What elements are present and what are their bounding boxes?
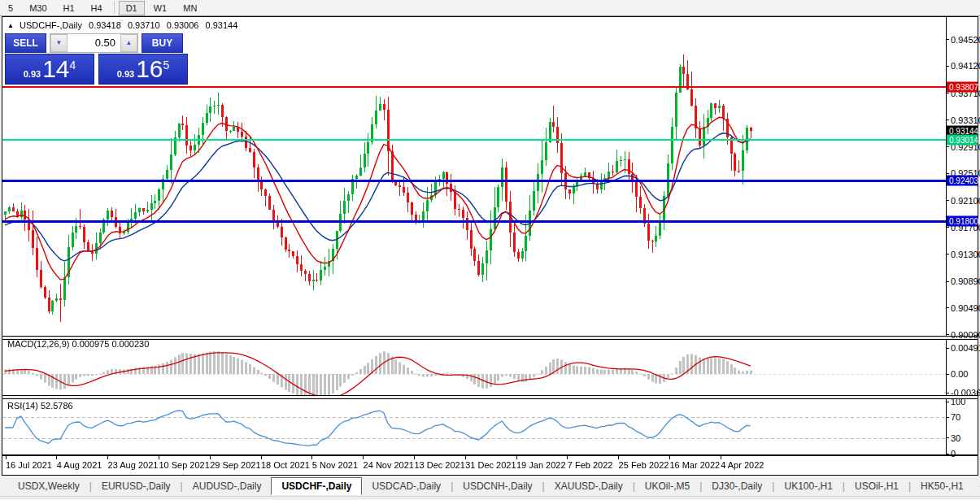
- chart-tabbar: USDX,Weekly|EURUSD-,Daily|AUDUSD-,DailyU…: [0, 476, 980, 497]
- time-axis-tick: [669, 456, 670, 459]
- period-button-w1[interactable]: W1: [146, 1, 175, 15]
- chart-tab-ukoilm5[interactable]: UKOil-,M5: [635, 478, 699, 494]
- time-axis-label: 23 Aug 2021: [108, 460, 159, 470]
- panel-divider-rsi[interactable]: [2, 395, 978, 399]
- time-axis-label: 13 Dec 2021: [414, 460, 464, 470]
- chart-tab-xauusddaily[interactable]: XAUUSD-,Daily: [545, 478, 633, 494]
- price-axis-tick: [946, 227, 949, 228]
- time-axis-label: 10 Sep 2021: [159, 460, 209, 470]
- time-axis-label: 4 Aug 2021: [57, 460, 102, 470]
- time-axis-tick: [56, 456, 57, 459]
- macd-axis-label: 0.004913: [951, 343, 980, 353]
- time-axis-label: 24 Nov 2021: [364, 460, 414, 470]
- macd-indicator-title: MACD(12,26,9) 0.000975 0.000230: [7, 339, 149, 349]
- volume-stepper: ▼ 0.50 ▲: [50, 33, 138, 53]
- chart-window: ▲ USDCHF-,Daily 0.93418 0.93710 0.93006 …: [2, 16, 978, 476]
- chart-tab-hk50h1[interactable]: HK50-,H1: [911, 478, 973, 494]
- buy-price-pip: 5: [163, 59, 170, 72]
- price-axis-label: 0.90490: [951, 303, 980, 313]
- volume-increase-button[interactable]: ▲: [120, 34, 137, 52]
- time-axis-label: 16 Mar 2022: [669, 460, 720, 470]
- chart-tab-eurusddaily[interactable]: EURUSD-,Daily: [92, 478, 181, 494]
- time-axis-tick: [414, 456, 415, 459]
- rsi-axis-tick: [946, 417, 949, 418]
- price-axis-label: 0.90090: [951, 330, 980, 340]
- price-axis-label: 0.91300: [951, 250, 980, 259]
- sell-price-small: 0.93: [24, 69, 41, 79]
- rsi-indicator-title: RSI(14) 52.5786: [7, 401, 73, 411]
- volume-decrease-button[interactable]: ▼: [50, 34, 68, 52]
- period-button-h4[interactable]: H4: [84, 1, 110, 15]
- macd-axis-label: 0.00: [951, 369, 968, 379]
- price-axis-label: 0.90890: [951, 276, 980, 286]
- chart-tab-usoilh1[interactable]: USOil-,H1: [845, 478, 908, 494]
- time-axis-label: 16 Jul 2021: [6, 460, 52, 470]
- buy-price-panel[interactable]: 0.93 16 5: [98, 54, 188, 85]
- price-axis-tick: [946, 39, 949, 40]
- rsi-axis-label: 0: [951, 449, 956, 459]
- time-axis-tick: [516, 456, 517, 459]
- time-axis-label: 29 Sep 2021: [210, 460, 260, 470]
- price-axis-label: 0.94520: [951, 35, 980, 45]
- chart-tab-usdcnhdaily[interactable]: USDCNH-,Daily: [453, 478, 542, 494]
- buy-button[interactable]: BUY: [142, 33, 183, 53]
- one-click-trading-panel: SELL ▼ 0.50 ▲ BUY 0.93 14 4 0.93 16 5: [5, 33, 188, 85]
- tab-scroll-left-button[interactable]: ◄: [973, 480, 980, 493]
- price-tag-0.93014: 0.93014: [947, 135, 978, 146]
- period-button-m30[interactable]: M30: [22, 1, 54, 15]
- price-axis-tick: [946, 254, 949, 254]
- chart-tab-audusddaily[interactable]: AUDUSD-,Daily: [183, 478, 272, 494]
- rsi-axis-label: 30: [951, 433, 960, 443]
- time-axis-tick: [261, 456, 262, 459]
- time-axis-label: 5 Nov 2021: [312, 460, 358, 470]
- time-axis-tick: [159, 456, 159, 459]
- sell-price-pip: 4: [70, 59, 76, 72]
- ohlc-close: 0.93144: [206, 20, 238, 30]
- time-axis-tick: [210, 456, 211, 459]
- price-axis-label: 0.93310: [951, 115, 980, 125]
- price-axis-tick: [946, 120, 949, 120]
- time-axis-tick: [465, 456, 466, 459]
- time-axis-tick: [363, 456, 364, 459]
- time-axis-label: 25 Feb 2022: [619, 460, 669, 470]
- ohlc-high: 0.93710: [128, 20, 160, 30]
- chart-tab-usdcaddaily[interactable]: USDCAD-,Daily: [362, 478, 451, 494]
- macd-axis-tick: [946, 348, 949, 349]
- price-axis-tick: [946, 281, 949, 282]
- time-axis-tick: [311, 456, 312, 459]
- volume-input[interactable]: 0.50: [68, 34, 120, 52]
- time-axis-label: 4 Apr 2022: [721, 460, 764, 470]
- period-button-5[interactable]: 5: [1, 1, 20, 15]
- price-axis-tick: [946, 93, 949, 93]
- sell-button[interactable]: SELL: [5, 33, 46, 53]
- price-axis-tick: [946, 200, 949, 201]
- period-button-h1[interactable]: H1: [56, 1, 82, 15]
- chart-tab-usdxweekly[interactable]: USDX,Weekly: [8, 478, 89, 494]
- time-axis-tick: [107, 456, 108, 459]
- chart-tab-dj30daily[interactable]: DJ30-,Daily: [702, 478, 772, 494]
- time-axis-border: [2, 454, 978, 456]
- sell-price-big: 14: [42, 57, 69, 81]
- price-tag-0.91800: 0.91800: [947, 215, 978, 226]
- period-button-d1[interactable]: D1: [119, 1, 145, 15]
- buy-price-small: 0.93: [117, 69, 134, 79]
- time-axis-tick: [721, 456, 721, 459]
- rsi-axis-tick: [946, 437, 949, 438]
- collapse-panel-icon[interactable]: ▲: [7, 22, 14, 29]
- time-axis-tick: [618, 456, 619, 459]
- chart-tab-uk100h1[interactable]: UK100-,H1: [774, 478, 842, 494]
- chart-tab-usdchfdaily[interactable]: USDCHF-,Daily: [271, 477, 362, 495]
- bottom-strip: [0, 497, 980, 500]
- period-button-mn[interactable]: MN: [176, 1, 204, 15]
- price-axis-tick: [946, 307, 949, 308]
- sell-price-panel[interactable]: 0.93 14 4: [5, 54, 94, 85]
- ohlc-open: 0.93418: [89, 20, 121, 30]
- price-axis-tick: [946, 66, 949, 67]
- price-axis-label: 0.94120: [951, 61, 980, 71]
- time-axis-tick: [567, 456, 568, 459]
- period-toolbar: 5M30H1H4D1W1MN: [0, 0, 980, 16]
- rsi-axis-label: 100: [951, 397, 965, 407]
- time-axis-label: 18 Oct 2021: [261, 460, 310, 470]
- toolbar-separator: [114, 2, 115, 14]
- price-axis-tick: [946, 173, 949, 174]
